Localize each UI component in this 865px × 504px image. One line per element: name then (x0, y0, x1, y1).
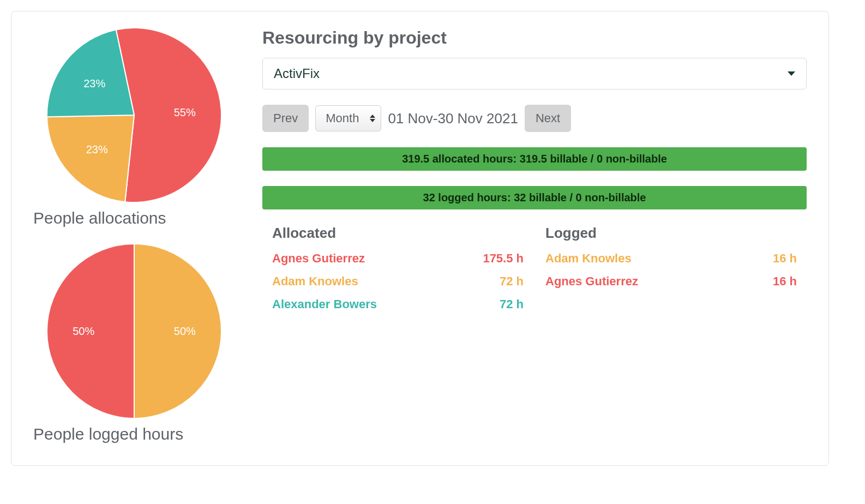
logged-person-hours: 16 h (773, 274, 797, 289)
breakdown-tables: Allocated Agnes Gutierrez175.5 hAdam Kno… (262, 225, 807, 320)
logged-chart-block: 50%50% People logged hours (33, 244, 235, 443)
logged-row: Adam Knowles16 h (545, 251, 797, 266)
logged-person-hours: 16 h (773, 251, 797, 266)
period-select[interactable]: Month (315, 105, 381, 131)
logged-column: Logged Adam Knowles16 hAgnes Gutierrez16… (545, 225, 797, 320)
allocations-pie-chart: 55%23%23% (47, 28, 221, 202)
logged-pie-chart: 50%50% (47, 244, 221, 418)
allocated-column: Allocated Agnes Gutierrez175.5 hAdam Kno… (272, 225, 524, 320)
allocations-chart-title: People allocations (33, 209, 166, 227)
caret-down-icon (788, 71, 795, 76)
date-range-label: 01 Nov-30 Nov 2021 (388, 110, 518, 127)
allocated-summary-bar: 319.5 allocated hours: 319.5 billable / … (262, 147, 807, 171)
allocated-person-hours: 175.5 h (483, 251, 524, 266)
allocated-person-name[interactable]: Alexander Bowers (272, 297, 377, 311)
prev-button[interactable]: Prev (262, 105, 309, 132)
logged-person-name[interactable]: Adam Knowles (545, 251, 632, 266)
logged-summary-bar: 32 logged hours: 32 billable / 0 non-bil… (262, 186, 807, 209)
logged-heading: Logged (545, 225, 797, 242)
date-navigator: Prev Month 01 Nov-30 Nov 2021 Next (262, 105, 807, 132)
allocated-row: Agnes Gutierrez175.5 h (272, 251, 524, 266)
resourcing-panel: 55%23%23% People allocations 50%50% Peop… (11, 11, 829, 466)
allocated-person-hours: 72 h (500, 274, 524, 289)
allocated-row: Alexander Bowers72 h (272, 297, 524, 311)
details-column: Resourcing by project ActivFix Prev Mont… (262, 28, 807, 443)
allocated-row: Adam Knowles72 h (272, 274, 524, 289)
allocated-person-hours: 72 h (500, 297, 524, 311)
allocated-heading: Allocated (272, 225, 524, 242)
logged-person-name[interactable]: Agnes Gutierrez (545, 274, 638, 289)
allocations-chart-block: 55%23%23% People allocations (33, 28, 235, 227)
logged-row: Agnes Gutierrez16 h (545, 274, 797, 289)
next-button[interactable]: Next (525, 105, 571, 132)
allocated-person-name[interactable]: Adam Knowles (272, 274, 358, 289)
logged-chart-title: People logged hours (33, 425, 183, 443)
period-select-value: Month (326, 111, 359, 125)
project-dropdown-value: ActivFix (274, 66, 320, 81)
project-dropdown[interactable]: ActivFix (262, 58, 807, 89)
allocated-person-name[interactable]: Agnes Gutierrez (272, 251, 365, 266)
stepper-icon (370, 115, 375, 122)
page-heading: Resourcing by project (262, 28, 807, 48)
charts-column: 55%23%23% People allocations 50%50% Peop… (33, 28, 235, 443)
